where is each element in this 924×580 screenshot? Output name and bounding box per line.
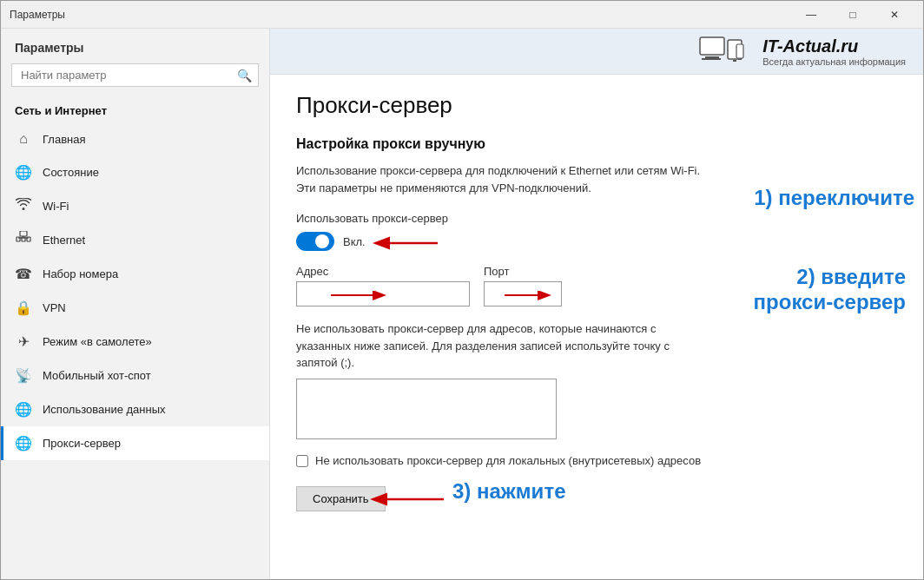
sidebar-item-label-proxy: Прокси-сервер xyxy=(43,437,121,450)
ethernet-icon xyxy=(15,231,32,248)
titlebar: Параметры — □ ✕ xyxy=(1,1,923,29)
proxy-icon: 🌐 xyxy=(15,435,32,451)
step1-annotation: 1) переключите xyxy=(754,186,914,210)
sidebar-section-title: Сеть и Интернет xyxy=(1,97,269,122)
svg-rect-8 xyxy=(705,56,719,58)
step1-arrow xyxy=(370,234,439,253)
hotspot-icon: 📡 xyxy=(15,367,32,384)
address-label: Адрес xyxy=(296,265,470,278)
maximize-button[interactable]: □ xyxy=(833,1,873,29)
search-box: 🔍 xyxy=(11,63,259,87)
checkbox-row: Не использовать прокси-сервер для локаль… xyxy=(296,453,897,469)
toggle-knob xyxy=(315,234,329,248)
logo-title: IT-Actual.ru xyxy=(762,36,906,56)
close-button[interactable]: ✕ xyxy=(874,1,914,29)
main-panel: IT-Actual.ru Всегда актуальная информаци… xyxy=(270,29,923,579)
sidebar-item-wifi[interactable]: Wi-Fi xyxy=(1,189,269,222)
sidebar-item-dial[interactable]: ☎ Набор номера xyxy=(1,257,269,291)
sidebar-item-label-ethernet: Ethernet xyxy=(43,234,85,247)
sidebar-item-label-airplane: Режим «в самолете» xyxy=(43,335,152,348)
step3-annotation: 3) нажмите xyxy=(452,479,565,504)
data-usage-icon: 🌐 xyxy=(15,401,32,418)
toggle-state-text: Вкл. xyxy=(343,235,366,248)
sidebar-item-home[interactable]: ⌂ Главная xyxy=(1,122,269,155)
description-text: Использование прокси-сервера для подключ… xyxy=(296,162,713,196)
sidebar-item-label-data: Использование данных xyxy=(43,403,166,416)
sidebar-item-proxy[interactable]: 🌐 Прокси-сервер xyxy=(1,426,269,460)
logo-bar: IT-Actual.ru Всегда актуальная информаци… xyxy=(270,29,923,75)
sidebar-item-ethernet[interactable]: Ethernet xyxy=(1,222,269,257)
section-title: Настройка прокси вручную xyxy=(296,136,897,152)
sidebar-item-vpn[interactable]: 🔒 VPN xyxy=(1,291,269,325)
search-input[interactable] xyxy=(11,63,259,87)
toggle-label: Использовать прокси-сервер xyxy=(296,212,897,225)
main-content: Прокси-сервер Настройка прокси вручную И… xyxy=(270,75,923,529)
exclusion-textarea[interactable] xyxy=(296,379,557,439)
sidebar-item-airplane[interactable]: ✈ Режим «в самолете» xyxy=(1,325,269,359)
sidebar-item-label-dial: Набор номера xyxy=(43,267,118,280)
step2-arrow-address xyxy=(331,291,505,317)
vpn-icon: 🔒 xyxy=(15,300,32,316)
sidebar-item-label-vpn: VPN xyxy=(43,301,66,314)
sidebar: Параметры 🔍 Сеть и Интернет ⌂ Главная 🌐 … xyxy=(1,29,270,579)
svg-rect-9 xyxy=(702,58,721,60)
checkbox-label: Не использовать прокси-сервер для локаль… xyxy=(315,453,701,469)
sidebar-item-label-home: Главная xyxy=(43,133,85,146)
port-label: Порт xyxy=(484,265,562,278)
svg-rect-12 xyxy=(736,44,743,58)
sidebar-item-data-usage[interactable]: 🌐 Использование данных xyxy=(1,392,269,426)
save-section: Сохранить 3) нажмите xyxy=(296,486,386,511)
sidebar-header: Параметры xyxy=(1,29,269,63)
home-icon: ⌂ xyxy=(15,131,32,147)
svg-rect-11 xyxy=(733,60,736,62)
svg-rect-0 xyxy=(20,231,27,236)
window-title: Параметры xyxy=(10,9,791,21)
status-icon: 🌐 xyxy=(15,164,32,181)
logo-subtitle: Всегда актуальная информация xyxy=(762,56,906,67)
step2-annotation: 2) введите прокси-сервер xyxy=(754,265,906,315)
sidebar-item-label-hotspot: Мобильный хот-спот xyxy=(43,369,151,382)
sidebar-item-status[interactable]: 🌐 Состояние xyxy=(1,155,269,189)
logo-text-area: IT-Actual.ru Всегда актуальная информаци… xyxy=(762,36,906,67)
svg-rect-7 xyxy=(700,37,724,55)
dial-icon: ☎ xyxy=(15,266,32,282)
airplane-icon: ✈ xyxy=(15,333,32,350)
sidebar-item-hotspot[interactable]: 📡 Мобильный хот-спот xyxy=(1,359,269,392)
logo-devices-icon xyxy=(698,36,750,67)
proxy-toggle[interactable] xyxy=(296,232,334,251)
exclusion-description: Не использовать прокси-сервер для адресо… xyxy=(296,320,713,372)
sidebar-item-label-status: Состояние xyxy=(43,166,99,179)
local-exclusion-checkbox[interactable] xyxy=(296,455,308,467)
svg-rect-13 xyxy=(738,59,742,60)
titlebar-controls: — □ ✕ xyxy=(791,1,914,29)
content-area: Параметры 🔍 Сеть и Интернет ⌂ Главная 🌐 … xyxy=(1,29,923,579)
toggle-row: Вкл. xyxy=(296,232,897,251)
minimize-button[interactable]: — xyxy=(791,1,831,29)
wifi-icon xyxy=(15,198,32,214)
toggle-section: Использовать прокси-сервер Вкл. xyxy=(296,212,897,251)
step3-arrow xyxy=(367,490,446,509)
step2-arrow-port xyxy=(505,291,678,317)
search-icon: 🔍 xyxy=(237,69,252,82)
page-title: Прокси-сервер xyxy=(296,92,897,119)
fields-section: Адрес Порт xyxy=(296,265,897,306)
sidebar-item-label-wifi: Wi-Fi xyxy=(43,200,69,213)
window: Параметры — □ ✕ Параметры 🔍 Сеть и Интер… xyxy=(0,0,924,580)
